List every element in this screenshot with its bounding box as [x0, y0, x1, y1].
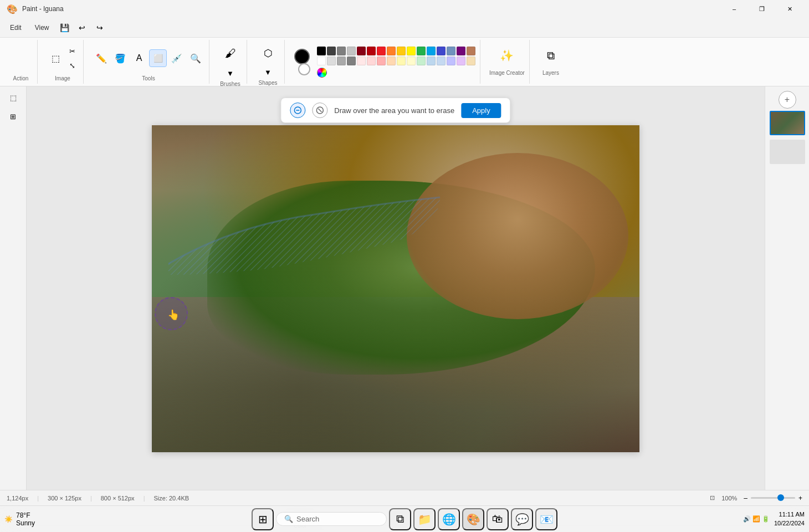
erase-mode-object-btn[interactable] [290, 103, 305, 118]
file-size: Size: 20.4KB [153, 495, 189, 502]
zoom-in-button[interactable]: + [798, 494, 802, 502]
image-creator-btn[interactable]: ✨ [496, 42, 518, 69]
color-brown[interactable] [467, 47, 475, 55]
zoom-slider[interactable] [751, 497, 795, 499]
minimize-button[interactable]: – [721, 0, 747, 18]
ribbon-section-image: ⬚ ✂ ⤡ Image [42, 40, 84, 84]
color-salmon[interactable] [377, 57, 386, 65]
menu-item-view[interactable]: View [29, 22, 55, 34]
ribbon-section-tools: ✏️ 🪣 A ⬜ 💉 🔍 Tools [88, 40, 209, 84]
left-tool-1[interactable]: ⬚ [4, 89, 22, 106]
start-button[interactable]: ⊞ [252, 508, 274, 530]
search-icon: 🔍 [284, 515, 293, 523]
add-page-button[interactable]: + [779, 91, 796, 109]
canvas-image[interactable]: 👆 [152, 125, 639, 452]
primary-color-swatch[interactable] [294, 49, 310, 64]
shapes-opt-btn[interactable]: ▼ [262, 65, 275, 79]
select-rect-btn[interactable]: ⬚ [47, 49, 64, 67]
undo-button[interactable]: ↩ [74, 20, 90, 35]
color-yellow[interactable] [407, 47, 416, 55]
color-purple[interactable] [457, 47, 465, 55]
title-bar: 🎨 Paint - Iguana – ❐ ✕ [0, 0, 809, 18]
brush-opt-btn[interactable]: ▼ [224, 66, 237, 80]
fill-btn[interactable]: 🪣 [111, 49, 129, 67]
color-mid-gray[interactable] [337, 47, 346, 55]
color-rainbow[interactable] [317, 68, 327, 78]
resize-btn[interactable]: ⤡ [65, 59, 79, 72]
color-periwinkle[interactable] [437, 57, 446, 65]
color-dark-gray[interactable] [327, 47, 336, 55]
selection-size: 300 × 125px [48, 495, 81, 502]
color-lilac[interactable] [457, 57, 465, 65]
color-white[interactable] [317, 57, 326, 65]
weather-widget[interactable]: ☀️ 78°F Sunny [4, 511, 35, 527]
color-wheat[interactable] [467, 57, 475, 65]
layers-btn[interactable]: ⧉ [540, 42, 562, 69]
color-light-gray[interactable] [347, 47, 356, 55]
color-red2[interactable] [367, 47, 376, 55]
cursor-position: 1,124px [7, 495, 28, 502]
pencil-btn[interactable]: ✏️ [93, 49, 110, 67]
color-silver[interactable] [337, 57, 346, 65]
taskbar-right: 🔊 📶 🔋 11:11 AM 10/22/2024 [743, 510, 805, 528]
menu-item-edit[interactable]: Edit [4, 22, 27, 34]
color-skyblue[interactable] [427, 57, 436, 65]
magnifier-btn[interactable]: 🔍 [187, 49, 204, 67]
canvas-area[interactable]: Draw over the area you want to erase App… [27, 86, 765, 490]
zoom-control: – + [744, 494, 802, 502]
zoom-out-button[interactable]: – [744, 494, 747, 502]
apply-button[interactable]: Apply [461, 103, 501, 118]
save-button[interactable]: 💾 [57, 20, 72, 35]
erase-mode-pixel-btn[interactable] [312, 103, 327, 118]
canvas-container[interactable]: 👆 [152, 125, 639, 452]
taskbar: ☀️ 78°F Sunny ⊞ 🔍 Search ⧉ 📁 🌐 🎨 🛍 💬 📧 🔊… [0, 505, 809, 532]
color-red[interactable] [377, 47, 386, 55]
color-cream[interactable] [407, 57, 416, 65]
color-green[interactable] [417, 47, 426, 55]
browser-btn[interactable]: 🌐 [438, 508, 460, 530]
color-steel-blue[interactable] [447, 47, 455, 55]
restore-button[interactable]: ❐ [749, 0, 775, 18]
edge-btn[interactable]: 📧 [535, 508, 557, 530]
shapes-btn[interactable]: ⬡ [257, 42, 279, 64]
brush-main-btn[interactable]: 🖌 [219, 42, 242, 64]
weather-icon: ☀️ [4, 515, 13, 523]
color-peach[interactable] [387, 57, 396, 65]
color-gold[interactable] [397, 47, 406, 55]
redo-button[interactable]: ↪ [92, 20, 107, 35]
left-tool-2[interactable]: ⊞ [4, 108, 22, 125]
ribbon-section-brushes: 🖌 ▼ Brushes [214, 40, 247, 84]
color-pink[interactable] [367, 57, 376, 65]
eraser-btn[interactable]: ⬜ [149, 49, 167, 67]
temperature: 78°F [16, 511, 35, 519]
color-lavender[interactable] [447, 57, 455, 65]
color-corn[interactable] [397, 57, 406, 65]
app-title: Paint - Iguana [22, 5, 64, 13]
zoom-slider-thumb [777, 494, 784, 501]
color-black[interactable] [317, 47, 326, 55]
crop-btn[interactable]: ✂ [65, 44, 79, 58]
text-btn[interactable]: A [130, 49, 148, 67]
store-btn[interactable]: 🛍 [487, 508, 509, 530]
taskbar-search[interactable]: 🔍 Search [276, 512, 387, 526]
color-picker-btn[interactable]: 💉 [168, 49, 186, 67]
teams-btn[interactable]: 💬 [511, 508, 533, 530]
color-blue[interactable] [437, 47, 446, 55]
file-explorer-btn[interactable]: 📁 [413, 508, 436, 530]
thumbnail-2 [770, 140, 805, 164]
right-panel: + [765, 86, 809, 490]
paint-app-btn[interactable]: 🎨 [462, 508, 484, 530]
color-orange[interactable] [387, 47, 396, 55]
color-cyan[interactable] [427, 47, 436, 55]
color-pinklight[interactable] [357, 57, 366, 65]
page-thumbnail[interactable] [770, 111, 805, 135]
color-mint[interactable] [417, 57, 426, 65]
task-view-button[interactable]: ⧉ [389, 508, 411, 530]
secondary-color-swatch[interactable] [298, 63, 310, 75]
canvas-dimensions: 800 × 512px [101, 495, 135, 502]
color-gray[interactable] [347, 57, 356, 65]
close-button[interactable]: ✕ [777, 0, 802, 18]
color-gainsboro[interactable] [327, 57, 336, 65]
zoom-fit-icon[interactable]: ⊡ [710, 494, 715, 502]
color-dark-red[interactable] [357, 47, 366, 55]
